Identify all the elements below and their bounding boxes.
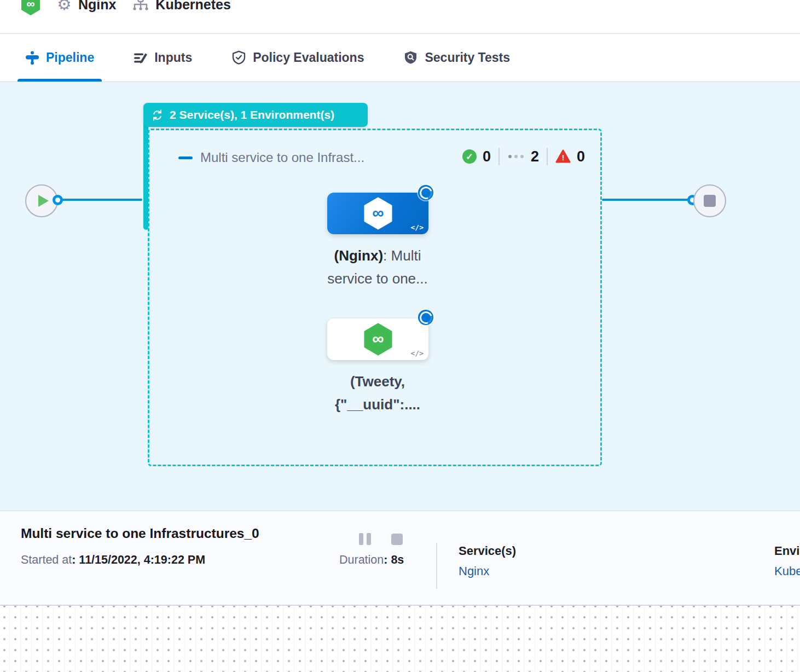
tab-policy-evaluations[interactable]: Policy Evaluations [224, 34, 372, 82]
stop-icon [704, 195, 716, 207]
abort-button[interactable] [391, 534, 403, 545]
code-icon: </> [411, 349, 424, 357]
svg-text:∞: ∞ [372, 329, 384, 347]
shield-check-icon [231, 50, 246, 65]
footer-divider [436, 543, 437, 589]
tab-policy-evaluations-label: Policy Evaluations [253, 50, 364, 65]
pipeline-icon [25, 51, 39, 65]
pipeline-breadcrumb: ⚙ Nginx [57, 0, 116, 13]
success-count: 0 [483, 148, 491, 165]
harness-hex-icon: ∞ [362, 322, 394, 356]
duration: Duration: 8s [339, 553, 404, 567]
collapse-stage-button[interactable] [178, 157, 193, 159]
environments-label: Environment(s) [774, 544, 800, 558]
services-block: Service(s) Nginx [459, 544, 516, 578]
connector-port-left [53, 195, 63, 205]
svg-text:!: ! [562, 153, 565, 162]
running-count: 2 [531, 148, 539, 165]
running-spinner-nginx [418, 185, 433, 200]
tab-security-tests[interactable]: Security Tests [396, 34, 518, 82]
service-node-nginx[interactable]: ∞ </> [327, 193, 428, 234]
execution-title: Multi service to one Infrastructures_0 [21, 526, 259, 541]
loop-icon [151, 109, 164, 121]
execution-tabbar: Pipeline Inputs Policy Evaluations [0, 34, 800, 82]
shield-scan-icon [403, 50, 418, 65]
code-icon: </> [411, 223, 424, 231]
harness-hex-icon: ∞ [362, 196, 394, 230]
tab-inputs[interactable]: Inputs [126, 34, 200, 82]
services-link[interactable]: Nginx [459, 564, 516, 578]
tab-pipeline-label: Pipeline [46, 50, 94, 65]
failed-warning-icon: ! [555, 149, 571, 164]
stage-title: Multi service to one Infrast... [200, 150, 364, 165]
environments-link[interactable]: Kubernetes [774, 564, 800, 578]
harness-logo-icon: ∞ [21, 0, 40, 15]
svg-text:∞: ∞ [372, 204, 384, 222]
environment-name: Kubernetes [155, 0, 231, 13]
gear-icon: ⚙ [57, 0, 72, 13]
pipeline-canvas: 2 Service(s), 1 Environment(s) Multi ser… [0, 82, 800, 511]
inputs-icon [134, 51, 148, 65]
tab-inputs-label: Inputs [154, 50, 192, 65]
running-spinner-tweety [418, 310, 433, 325]
play-icon [38, 195, 49, 207]
failed-count: 0 [577, 148, 585, 165]
environments-block: Environment(s) Kubernetes [774, 544, 800, 578]
pipeline-name: Nginx [78, 0, 116, 13]
tab-pipeline[interactable]: Pipeline [18, 34, 102, 82]
service-node-nginx-label: (Nginx): Multi service to one... [301, 244, 454, 290]
console-grid-area [0, 605, 800, 672]
tab-security-tests-label: Security Tests [425, 50, 510, 65]
services-environments-badge[interactable]: 2 Service(s), 1 Environment(s) [143, 103, 368, 127]
top-breadcrumb-bar: ∞ ⚙ Nginx Kubernetes [0, 0, 800, 34]
services-label: Service(s) [459, 544, 516, 558]
started-at: Started at: 11/15/2022, 4:19:22 PM [21, 553, 205, 567]
count-divider [498, 148, 500, 165]
end-node [693, 184, 726, 217]
stage-status-counts: ✓ 0 2 ! 0 [462, 148, 585, 165]
svg-text:∞: ∞ [27, 0, 35, 10]
pause-button[interactable] [359, 533, 371, 545]
environment-breadcrumb: Kubernetes [132, 0, 231, 13]
success-icon: ✓ [462, 149, 477, 164]
service-node-tweety-label: (Tweety, {"__uuid":.... [301, 370, 454, 416]
connector-left [59, 199, 142, 201]
service-node-tweety[interactable]: ∞ </> [327, 318, 428, 360]
running-ellipsis-icon [507, 155, 525, 158]
count-divider [547, 148, 548, 165]
services-environments-badge-label: 2 Service(s), 1 Environment(s) [170, 108, 334, 121]
execution-summary-bar: Multi service to one Infrastructures_0 S… [0, 511, 800, 605]
cluster-icon [132, 0, 149, 13]
connector-right [602, 199, 688, 201]
